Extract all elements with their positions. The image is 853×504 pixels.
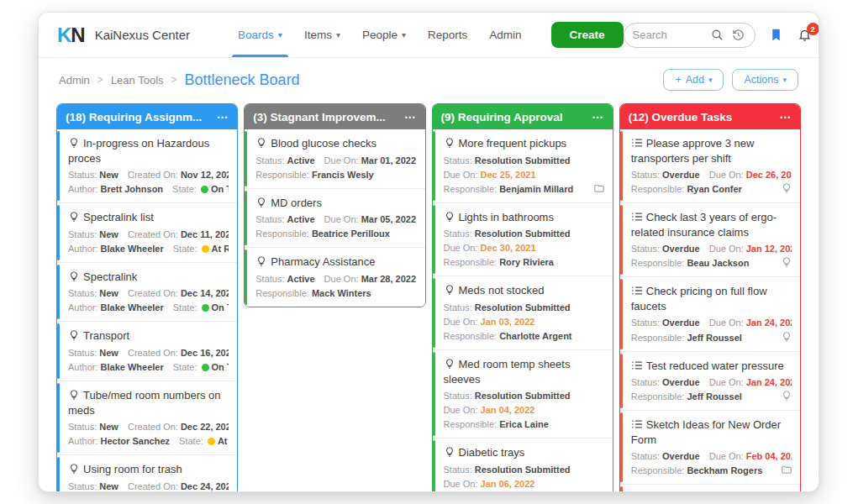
actions-button[interactable]: Actions ▾ bbox=[732, 69, 798, 91]
notifications-bell-icon[interactable]: 2 bbox=[798, 28, 813, 43]
lightbulb-icon bbox=[255, 137, 267, 149]
board-card[interactable]: Check last 3 years of ergo-related insur… bbox=[620, 203, 800, 277]
board-card[interactable]: Blood glucose checks Status: ActiveDue O… bbox=[245, 129, 424, 189]
card-meta: Status: NewCreated On: Dec 14, 2021Autho… bbox=[68, 286, 229, 315]
field-label: Status: bbox=[444, 391, 472, 401]
field-label: Status: bbox=[631, 170, 660, 180]
field-value: Active bbox=[287, 155, 315, 165]
meta-field: Status: New bbox=[68, 170, 118, 180]
field-value: Overdue bbox=[662, 318, 700, 328]
card-title: Lights in bathrooms bbox=[444, 210, 604, 225]
card-meta-row: Status: OverdueDue On: Jan 12, 2022 bbox=[631, 242, 792, 256]
bookmark-icon[interactable] bbox=[769, 28, 784, 43]
search-box bbox=[624, 23, 756, 48]
kainexus-logo[interactable]: KN bbox=[57, 24, 85, 47]
field-label: Status: bbox=[444, 155, 472, 165]
add-button[interactable]: + Add ▾ bbox=[663, 69, 724, 91]
column-menu-icon[interactable]: ⋯ bbox=[780, 110, 792, 123]
board-card[interactable]: Spectralink Status: NewCreated On: Dec 1… bbox=[57, 263, 237, 323]
board-card[interactable]: Meds not stocked Status: Resolution Subm… bbox=[433, 276, 613, 350]
card-meta: Status: NewCreated On: Dec 16, 2021Autho… bbox=[68, 346, 229, 375]
board-card[interactable]: Tube/med room numbers on meds Status: Ne… bbox=[57, 381, 237, 455]
board-card[interactable]: More frequent pickups Status: Resolution… bbox=[433, 129, 613, 203]
card-meta-row: Due On: Jan 03, 2022 bbox=[444, 315, 604, 329]
field-value: Benjamin Millard bbox=[499, 184, 573, 194]
board-card[interactable]: Transport Status: NewCreated On: Dec 16,… bbox=[57, 322, 237, 381]
notification-count-badge: 2 bbox=[807, 23, 819, 35]
field-label: Status: bbox=[255, 214, 284, 224]
board-card[interactable]: Using room for trash Status: NewCreated … bbox=[57, 455, 237, 492]
column-menu-icon[interactable]: ⋯ bbox=[404, 110, 417, 123]
meta-field: State: At Risk bbox=[173, 244, 229, 254]
board-card[interactable]: Please approve 3 new transporters per sh… bbox=[620, 129, 800, 203]
card-meta-row: Due On: Jan 04, 2022 bbox=[444, 403, 604, 417]
nav-item-items[interactable]: Items ▾ bbox=[293, 13, 351, 57]
board-card[interactable]: Lights in bathrooms Status: Resolution S… bbox=[433, 203, 613, 277]
search-icon[interactable] bbox=[710, 28, 725, 43]
nav-item-admin[interactable]: Admin bbox=[478, 13, 532, 57]
card-title-text: Check pricing on full flow faucets bbox=[631, 285, 767, 312]
board-column: (9) Requiring Approval ⋯ More frequent p… bbox=[432, 103, 613, 492]
board-card[interactable]: Diabetic trays Status: Resolution Submit… bbox=[433, 438, 613, 492]
card-meta-row: Responsible: Francis Wesly bbox=[255, 168, 416, 182]
column-title: (3) Stagnant Improvem... bbox=[253, 111, 399, 123]
meta-field: State: On Track bbox=[173, 362, 229, 372]
card-meta: Status: Resolution SubmittedDue On: Jan … bbox=[444, 301, 604, 344]
board-card[interactable]: Sketch Ideas for New Order Form Status: … bbox=[620, 411, 800, 485]
field-label: Status: bbox=[68, 348, 97, 358]
field-label: Author: bbox=[68, 436, 97, 446]
meta-field: Responsible: Jeff Roussel bbox=[631, 333, 742, 343]
field-value: Dec 11, 2021 bbox=[181, 229, 229, 239]
meta-field: Status: Overdue bbox=[631, 318, 700, 328]
card-meta-row: Responsible: Erica Laine bbox=[444, 417, 604, 432]
create-button[interactable]: Create bbox=[551, 22, 624, 48]
board-card[interactable]: Compile Old Content List Status: Overdue… bbox=[620, 485, 800, 492]
card-title: Spectralink list bbox=[68, 210, 229, 225]
board-card[interactable]: MD orders Status: ActiveDue On: Mar 05, … bbox=[245, 189, 424, 249]
card-title: Please approve 3 new transporters per sh… bbox=[631, 136, 792, 165]
card-meta-row: Responsible: Beckham Rogers bbox=[631, 464, 792, 478]
field-value: Jeff Roussel bbox=[687, 391, 741, 402]
card-meta-row: Due On: Jan 06, 2022 bbox=[444, 477, 604, 491]
board-card[interactable]: In-progress on Hazardous proces Status: … bbox=[57, 129, 237, 203]
column-title: (18) Requiring Assignm... bbox=[66, 111, 212, 123]
nav-item-reports[interactable]: Reports bbox=[417, 13, 478, 57]
search-history-icon[interactable] bbox=[731, 28, 746, 43]
field-value: New bbox=[99, 422, 118, 432]
field-label: Status: bbox=[255, 274, 284, 284]
search-input[interactable] bbox=[633, 29, 710, 41]
field-label: Status: bbox=[444, 465, 472, 475]
nav-item-people[interactable]: People ▾ bbox=[351, 13, 417, 57]
column-menu-icon[interactable]: ⋯ bbox=[217, 110, 229, 123]
field-value: Jan 12, 2022 bbox=[746, 244, 792, 254]
board-card[interactable]: Pharmacy Assistance Status: ActiveDue On… bbox=[245, 248, 424, 307]
card-title-text: MD orders bbox=[271, 197, 322, 209]
field-label: Created On: bbox=[128, 288, 178, 298]
field-value: Resolution Submitted bbox=[475, 155, 571, 165]
lightbulb-icon bbox=[444, 446, 455, 458]
field-value: Overdue bbox=[662, 170, 700, 180]
logo-letter-n: N bbox=[71, 24, 84, 46]
lightbulb-icon bbox=[781, 182, 792, 197]
nav-item-boards[interactable]: Boards ▾ bbox=[227, 13, 293, 57]
column-menu-icon[interactable]: ⋯ bbox=[592, 110, 604, 123]
field-label: Due On: bbox=[709, 318, 744, 328]
card-meta: Status: Resolution SubmittedDue On: Jan … bbox=[444, 463, 604, 492]
meta-field: Author: Brett Johnson bbox=[68, 184, 163, 194]
field-label: Status: bbox=[68, 229, 97, 239]
field-label: Responsible: bbox=[444, 184, 498, 194]
board-card[interactable]: Spectralink list Status: NewCreated On: … bbox=[57, 203, 237, 263]
card-title: Check last 3 years of ergo-related insur… bbox=[631, 210, 792, 239]
breadcrumb-lean-tools[interactable]: Lean Tools bbox=[111, 74, 164, 87]
card-meta: Status: NewCreated On: Nov 12, 2021Autho… bbox=[68, 168, 229, 197]
actions-button-label: Actions bbox=[744, 74, 778, 86]
field-label: Author: bbox=[68, 362, 97, 372]
board-column: (18) Requiring Assignm... ⋯ In-progress … bbox=[56, 103, 238, 492]
board-card[interactable]: Check pricing on full flow faucets Statu… bbox=[620, 277, 800, 351]
field-value: Resolution Submitted bbox=[475, 302, 571, 312]
board-card[interactable]: Med room temp sheets sleeves Status: Res… bbox=[433, 350, 613, 438]
breadcrumb-admin[interactable]: Admin bbox=[59, 74, 90, 87]
field-value: Beau Jackson bbox=[687, 258, 749, 268]
field-label: Status: bbox=[68, 170, 97, 180]
board-card[interactable]: Test reduced water pressure Status: Over… bbox=[620, 352, 800, 412]
